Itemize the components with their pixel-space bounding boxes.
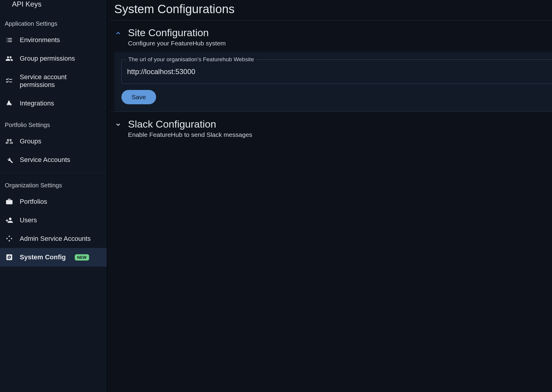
save-button[interactable]: Save xyxy=(121,90,156,104)
sidebar-item-label: Service Accounts xyxy=(20,156,70,164)
sidebar-item-integrations[interactable]: Integrations xyxy=(0,94,107,113)
sidebar-item-api-keys[interactable]: API Keys xyxy=(0,0,107,11)
sidebar-item-admin-service-accounts[interactable]: Admin Service Accounts xyxy=(0,229,107,248)
chevron-down-icon xyxy=(114,120,123,129)
section-title: Site Configuration xyxy=(128,27,226,39)
webhook-icon xyxy=(5,99,13,107)
sidebar-item-label: API Keys xyxy=(12,0,42,8)
sidebar-item-users[interactable]: Users xyxy=(0,211,107,229)
person-add-icon xyxy=(5,216,13,224)
site-configuration-header[interactable]: Site Configuration Configure your Featur… xyxy=(111,24,552,50)
sidebar-item-label: Users xyxy=(20,216,37,224)
sidebar-item-label: Admin Service Accounts xyxy=(20,235,91,243)
sidebar-item-label: Environments xyxy=(20,36,60,44)
sidebar-item-service-account-permissions[interactable]: Service account permissions xyxy=(0,68,107,94)
section-subtitle: Configure your FeatureHub system xyxy=(128,40,226,47)
site-url-input[interactable] xyxy=(127,68,547,76)
section-title-portfolio-settings: Portfolio Settings xyxy=(0,113,107,132)
new-badge: NEW xyxy=(75,254,89,261)
wrench-icon xyxy=(5,156,13,164)
site-url-label: The url of your organisation's Featurehu… xyxy=(126,56,256,63)
section-title-app-settings: Application Settings xyxy=(0,11,107,31)
settings-applications-icon xyxy=(5,253,13,261)
people-outline-icon xyxy=(5,137,13,145)
api-icon xyxy=(5,235,13,243)
sidebar-item-portfolios[interactable]: Portfolios xyxy=(0,192,107,211)
site-configuration-body: The url of your organisation's Featurehu… xyxy=(114,52,552,111)
groups-icon xyxy=(5,55,13,62)
sidebar-item-label: System Config xyxy=(20,253,66,261)
sidebar-item-group-permissions[interactable]: Group permissions xyxy=(0,49,107,68)
site-url-field-wrap: The url of your organisation's Featurehu… xyxy=(121,59,552,84)
sidebar-item-label: Group permissions xyxy=(20,55,75,62)
sidebar-item-system-config[interactable]: System Config NEW xyxy=(0,248,107,267)
list-icon xyxy=(5,36,13,44)
checklist-icon xyxy=(5,77,13,85)
slack-configuration-panel: Slack Configuration Enable FeatureHub to… xyxy=(107,112,552,141)
section-subtitle: Enable FeatureHub to send Slack messages xyxy=(128,131,252,138)
page-title: System Configurations xyxy=(107,1,552,20)
sidebar: API Keys Application Settings Environmen… xyxy=(0,0,107,392)
sidebar-item-label: Groups xyxy=(20,137,41,145)
sidebar-item-groups[interactable]: Groups xyxy=(0,132,107,151)
site-configuration-panel: Site Configuration Configure your Featur… xyxy=(107,20,552,111)
sidebar-item-service-accounts[interactable]: Service Accounts xyxy=(0,151,107,169)
main-content: System Configurations Site Configuration… xyxy=(107,0,552,392)
chevron-up-icon xyxy=(114,29,123,38)
section-title: Slack Configuration xyxy=(128,118,252,130)
sidebar-item-label: Portfolios xyxy=(20,198,47,206)
sidebar-item-label: Service account permissions xyxy=(20,73,101,89)
section-title-org-settings: Organization Settings xyxy=(0,173,107,192)
slack-configuration-header[interactable]: Slack Configuration Enable FeatureHub to… xyxy=(111,115,552,141)
sidebar-item-label: Integrations xyxy=(20,99,54,107)
briefcase-icon xyxy=(5,198,13,206)
sidebar-item-environments[interactable]: Environments xyxy=(0,31,107,49)
